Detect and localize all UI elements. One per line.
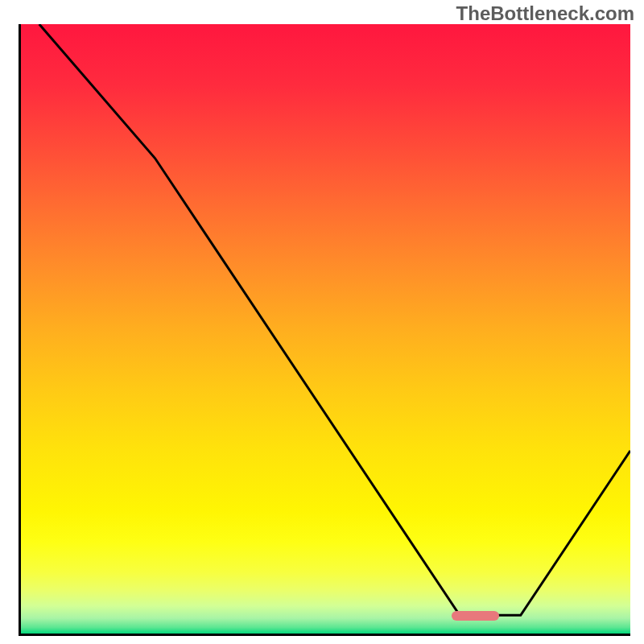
highlight-pill <box>452 611 499 620</box>
watermark-text: TheBottleneck.com <box>456 2 634 25</box>
plot-area <box>19 24 630 636</box>
chart-container: TheBottleneck.com <box>0 0 644 644</box>
curve-line <box>21 24 630 634</box>
